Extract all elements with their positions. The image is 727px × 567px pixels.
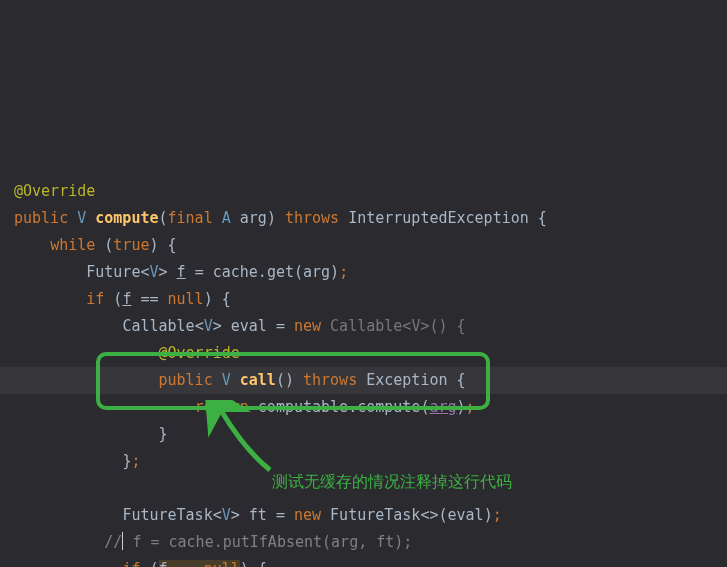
paren-token: ) bbox=[240, 560, 249, 567]
semi-token: ; bbox=[466, 398, 475, 416]
paren-token: ) bbox=[267, 209, 276, 227]
op-token: == bbox=[177, 560, 195, 567]
type-token: V bbox=[204, 317, 213, 335]
paren-token: () bbox=[276, 371, 294, 389]
class-token: Exception bbox=[366, 371, 447, 389]
angle-token: < bbox=[213, 506, 222, 524]
brace-token: { bbox=[457, 317, 466, 335]
paren-token: ) bbox=[204, 290, 213, 308]
keyword-token: final bbox=[168, 209, 213, 227]
type-token: A bbox=[222, 209, 231, 227]
null-token: null bbox=[168, 290, 204, 308]
brace-token: { bbox=[258, 560, 267, 567]
type-token: V bbox=[149, 263, 158, 281]
method-token: get bbox=[267, 263, 294, 281]
keyword-token: public bbox=[159, 371, 213, 389]
class-token: FutureTask bbox=[330, 506, 420, 524]
comment-token: // bbox=[104, 533, 122, 551]
var-token: f bbox=[122, 290, 131, 308]
arg-token: eval bbox=[448, 506, 484, 524]
var-token: ft bbox=[249, 506, 267, 524]
paren-token: ) bbox=[330, 263, 339, 281]
semi-token: ; bbox=[493, 506, 502, 524]
method-name-token: call bbox=[240, 371, 276, 389]
keyword-token: new bbox=[294, 506, 321, 524]
op-token: == bbox=[140, 290, 158, 308]
semi-token: ; bbox=[131, 452, 140, 470]
keyword-token: throws bbox=[303, 371, 357, 389]
keyword-token: if bbox=[122, 560, 140, 567]
brace-token: { bbox=[222, 290, 231, 308]
paren-token: ) bbox=[149, 236, 158, 254]
brace-token: { bbox=[538, 209, 547, 227]
type-token: V bbox=[222, 371, 231, 389]
paren-token: ( bbox=[159, 209, 168, 227]
diamond-token: <> bbox=[420, 506, 438, 524]
paren-token: ) bbox=[457, 398, 466, 416]
class-token: FutureTask bbox=[122, 506, 212, 524]
angle-token: > bbox=[231, 506, 240, 524]
angle-token: > bbox=[159, 263, 168, 281]
arg-token: arg bbox=[429, 398, 456, 416]
class-token: Callable bbox=[122, 317, 194, 335]
keyword-token: public bbox=[14, 209, 68, 227]
arg-token: arg bbox=[303, 263, 330, 281]
brace-token: } bbox=[159, 425, 168, 443]
paren-token: ( bbox=[438, 506, 447, 524]
paren-token: ( bbox=[104, 236, 113, 254]
brace-token: { bbox=[168, 236, 177, 254]
paren-token: ) bbox=[484, 506, 493, 524]
field-token: cache bbox=[213, 263, 258, 281]
brace-token: { bbox=[457, 371, 466, 389]
dot-token: . bbox=[348, 398, 357, 416]
field-token: computable bbox=[258, 398, 348, 416]
keyword-token: return bbox=[195, 398, 249, 416]
keyword-token: true bbox=[113, 236, 149, 254]
class-token: Callable bbox=[330, 317, 402, 335]
method-name-token: compute bbox=[95, 209, 158, 227]
op-token: = bbox=[276, 506, 285, 524]
angle-token: > bbox=[213, 317, 222, 335]
comment-token: f = cache.putIfAbsent(arg, ft); bbox=[123, 533, 412, 551]
op-token: = bbox=[276, 317, 285, 335]
var-token: f bbox=[159, 560, 168, 567]
class-token: Future bbox=[86, 263, 140, 281]
keyword-token: if bbox=[86, 290, 104, 308]
op-token: = bbox=[195, 263, 204, 281]
keyword-token: while bbox=[50, 236, 95, 254]
paren-token: ( bbox=[149, 560, 158, 567]
type-token: V bbox=[77, 209, 86, 227]
var-token: eval bbox=[231, 317, 267, 335]
code-area[interactable]: @Override public V compute(final A arg) … bbox=[0, 0, 727, 567]
null-token: null bbox=[204, 560, 240, 567]
param-token: arg bbox=[240, 209, 267, 227]
semi-token: ; bbox=[339, 263, 348, 281]
method-token: compute bbox=[357, 398, 420, 416]
var-token: f bbox=[177, 263, 186, 281]
keyword-token: throws bbox=[285, 209, 339, 227]
angle-token: < bbox=[195, 317, 204, 335]
type-token: V bbox=[222, 506, 231, 524]
annotation-token: @Override bbox=[159, 344, 240, 362]
code-lines: @Override public V compute(final A arg) … bbox=[14, 151, 713, 567]
dot-token: . bbox=[258, 263, 267, 281]
paren-token: () bbox=[429, 317, 447, 335]
keyword-token: new bbox=[294, 317, 321, 335]
annotation-token: @Override bbox=[14, 182, 95, 200]
paren-token: ( bbox=[294, 263, 303, 281]
class-token: InterruptedException bbox=[348, 209, 529, 227]
